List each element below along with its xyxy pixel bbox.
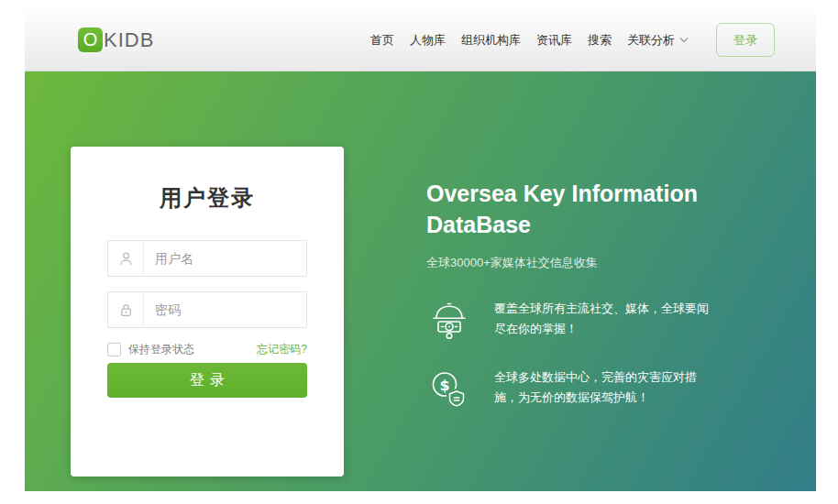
header: O KIDB 首页 人物库 组织机构库 资讯库 搜索 关联分析 登录 bbox=[25, 9, 816, 71]
logo[interactable]: O KIDB bbox=[78, 27, 154, 52]
svg-text:$: $ bbox=[439, 377, 449, 394]
hero-copy: Oversea Key Information DataBase 全球30000… bbox=[426, 178, 720, 413]
remember-label: 保持登录状态 bbox=[128, 342, 194, 357]
logo-icon: O bbox=[78, 27, 103, 52]
login-submit-button[interactable]: 登录 bbox=[107, 363, 307, 398]
username-field bbox=[107, 240, 307, 277]
login-card: 用户登录 bbox=[71, 147, 344, 477]
coverage-dome-icon bbox=[426, 299, 472, 345]
nav-item-org-db[interactable]: 组织机构库 bbox=[461, 32, 521, 49]
login-options-row: 保持登录状态 忘记密码? bbox=[107, 342, 307, 357]
feature-text: 覆盖全球所有主流社交、媒体，全球要闻尽在你的掌握！ bbox=[494, 299, 711, 339]
hero-title: Oversea Key Information DataBase bbox=[426, 178, 720, 240]
chevron-down-icon bbox=[679, 37, 689, 43]
forgot-password-link[interactable]: 忘记密码? bbox=[257, 342, 307, 357]
hero-section: 用户登录 bbox=[25, 71, 816, 491]
nav-item-label: 关联分析 bbox=[627, 32, 675, 49]
password-field bbox=[107, 291, 307, 328]
feature-item-security: $ 全球多处数据中心，完善的灾害应对措施，为无价的数据保驾护航！ bbox=[426, 367, 720, 413]
username-input[interactable] bbox=[144, 251, 306, 266]
remember-checkbox[interactable] bbox=[107, 343, 121, 356]
nav-item-news-db[interactable]: 资讯库 bbox=[536, 32, 572, 49]
feature-list: 覆盖全球所有主流社交、媒体，全球要闻尽在你的掌握！ bbox=[426, 299, 720, 413]
nav-item-people-db[interactable]: 人物库 bbox=[410, 32, 446, 49]
hero-subtitle: 全球30000+家媒体社交信息收集 bbox=[426, 255, 720, 271]
header-login-button[interactable]: 登录 bbox=[716, 23, 775, 57]
main-nav: 首页 人物库 组织机构库 资讯库 搜索 关联分析 bbox=[370, 32, 689, 49]
user-icon bbox=[108, 241, 144, 276]
login-card-title: 用户登录 bbox=[71, 183, 344, 213]
feature-item-coverage: 覆盖全球所有主流社交、媒体，全球要闻尽在你的掌握！ bbox=[426, 299, 720, 345]
lock-icon bbox=[108, 292, 144, 327]
feature-text: 全球多处数据中心，完善的灾害应对措施，为无价的数据保驾护航！ bbox=[494, 367, 711, 408]
dollar-shield-icon: $ bbox=[426, 367, 472, 413]
nav-item-relation-analysis[interactable]: 关联分析 bbox=[627, 32, 689, 49]
page-frame: O KIDB 首页 人物库 组织机构库 资讯库 搜索 关联分析 登录 用户登录 bbox=[25, 9, 816, 491]
nav-item-home[interactable]: 首页 bbox=[370, 32, 394, 49]
password-input[interactable] bbox=[144, 302, 306, 317]
logo-text: KIDB bbox=[104, 28, 154, 52]
nav-item-search[interactable]: 搜索 bbox=[588, 32, 612, 49]
